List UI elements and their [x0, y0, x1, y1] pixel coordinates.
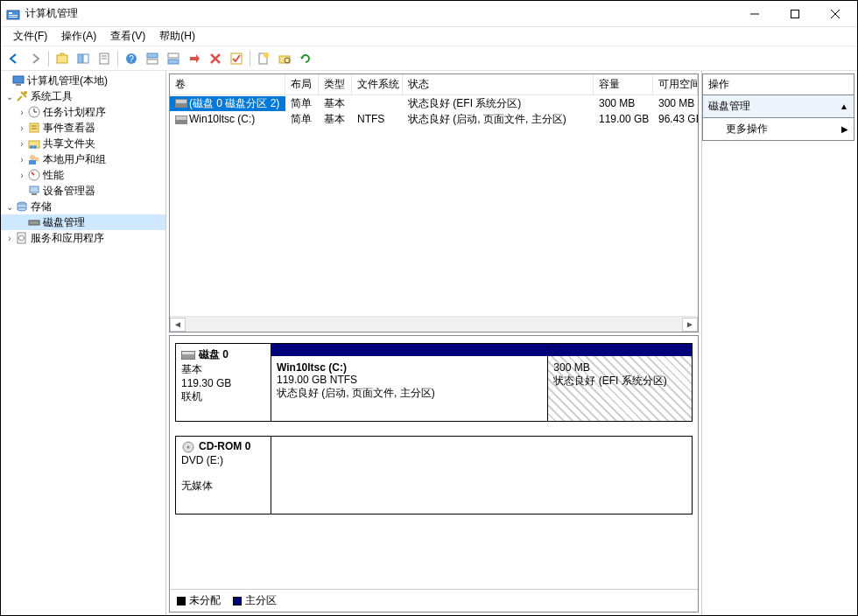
- collapse-icon[interactable]: ⌄: [4, 92, 15, 102]
- forward-button[interactable]: [25, 49, 45, 68]
- actions-more[interactable]: 更多操作▶: [702, 118, 854, 141]
- check-button[interactable]: [227, 49, 246, 68]
- expand-icon[interactable]: ›: [17, 139, 27, 149]
- expand-icon[interactable]: ›: [17, 171, 27, 180]
- volume-icon: [175, 116, 187, 124]
- volume-header: 卷 布局 类型 文件系统 状态 容量 可用空间: [170, 74, 698, 95]
- partition-status: 状态良好 (启动, 页面文件, 主分区): [277, 386, 542, 401]
- empty-partition[interactable]: [271, 436, 693, 514]
- menu-file[interactable]: 文件(F): [6, 27, 54, 46]
- col-free[interactable]: 可用空间: [653, 74, 698, 94]
- col-type[interactable]: 类型: [319, 74, 352, 94]
- tree-services[interactable]: ›服务和应用程序: [1, 230, 165, 246]
- partition-capacity: 300 MB: [553, 361, 686, 374]
- disk-icon: [27, 215, 41, 229]
- tree-task-scheduler[interactable]: ›任务计划程序: [1, 104, 165, 120]
- volume-free: 96.43 GB: [653, 113, 698, 125]
- tree-label: 系统工具: [31, 89, 73, 104]
- partition-capacity: 119.00 GB NTFS: [277, 374, 542, 386]
- expand-icon[interactable]: ›: [17, 108, 27, 117]
- tree-shared-folders[interactable]: ›共享文件夹: [1, 136, 165, 151]
- expand-icon[interactable]: ›: [17, 123, 27, 133]
- settings-button[interactable]: [185, 49, 204, 68]
- volume-capacity: 300 MB: [594, 97, 653, 109]
- delete-button[interactable]: [206, 49, 225, 68]
- new-button[interactable]: [254, 49, 273, 68]
- disk-info[interactable]: CD-ROM 0 DVD (E:) 无媒体: [175, 436, 271, 514]
- tree-device-manager[interactable]: 设备管理器: [1, 183, 165, 199]
- show-hide-tree-button[interactable]: [74, 49, 93, 68]
- menu-action[interactable]: 操作(A): [54, 27, 103, 46]
- menubar: 文件(F) 操作(A) 查看(V) 帮助(H): [1, 27, 857, 46]
- menu-help[interactable]: 帮助(H): [152, 27, 202, 46]
- cdrom-icon: [181, 440, 195, 454]
- volume-type: 基本: [319, 112, 352, 127]
- collapse-icon[interactable]: ⌄: [4, 202, 15, 212]
- scroll-right-button[interactable]: ►: [682, 318, 698, 332]
- back-button[interactable]: [4, 49, 24, 68]
- col-capacity[interactable]: 容量: [594, 74, 653, 94]
- folder-search-button[interactable]: [275, 49, 294, 68]
- help-button[interactable]: ?: [122, 49, 141, 68]
- legend-primary: 主分区: [233, 593, 277, 608]
- view-top-button[interactable]: [143, 49, 162, 68]
- close-button[interactable]: [815, 1, 855, 27]
- scroll-left-button[interactable]: ◄: [170, 318, 186, 332]
- horizontal-scrollbar[interactable]: ◄ ►: [170, 316, 698, 332]
- expand-icon[interactable]: ›: [17, 155, 27, 164]
- toolbar-separator: [117, 51, 118, 66]
- col-volume[interactable]: 卷: [170, 74, 285, 94]
- volume-icon: [175, 99, 187, 108]
- refresh-button[interactable]: [296, 49, 315, 68]
- maximize-button[interactable]: [775, 1, 815, 27]
- actions-section[interactable]: 磁盘管理▲: [702, 95, 854, 118]
- tree-label: 磁盘管理: [43, 215, 85, 230]
- tree-label: 设备管理器: [43, 184, 95, 199]
- col-status[interactable]: 状态: [403, 74, 594, 94]
- partition-efi[interactable]: 300 MB 状态良好 (EFI 系统分区): [548, 343, 693, 422]
- partition-c[interactable]: Win10ltsc (C:) 119.00 GB NTFS 状态良好 (启动, …: [271, 343, 548, 422]
- scroll-track[interactable]: [186, 318, 682, 332]
- volume-body[interactable]: (磁盘 0 磁盘分区 2) 简单 基本 状态良好 (EFI 系统分区) 300 …: [170, 95, 698, 316]
- col-layout[interactable]: 布局: [285, 74, 319, 94]
- main-area: 计算机管理(本地) ⌄系统工具 ›任务计划程序 ›事件查看器 ›共享文件夹 ›本…: [1, 71, 857, 615]
- tree-event-viewer[interactable]: ›事件查看器: [1, 120, 165, 136]
- tree-performance[interactable]: ›性能: [1, 167, 165, 183]
- tree-disk-management[interactable]: 磁盘管理: [1, 214, 165, 230]
- volume-capacity: 119.00 GB: [594, 113, 653, 125]
- up-button[interactable]: [53, 49, 72, 68]
- disk-row[interactable]: CD-ROM 0 DVD (E:) 无媒体: [175, 436, 693, 514]
- volume-row[interactable]: (磁盘 0 磁盘分区 2) 简单 基本 状态良好 (EFI 系统分区) 300 …: [170, 95, 698, 111]
- svg-rect-19: [168, 60, 179, 64]
- svg-rect-16: [147, 53, 158, 58]
- tree-label: 事件查看器: [43, 121, 95, 136]
- disk-info[interactable]: 磁盘 0 基本 119.30 GB 联机: [175, 343, 271, 422]
- tree-label: 本地用户和组: [43, 152, 106, 167]
- tree-root[interactable]: 计算机管理(本地): [1, 73, 165, 88]
- legend: 未分配 主分区: [170, 589, 698, 612]
- tree-storage[interactable]: ⌄存储: [1, 199, 165, 214]
- actions-header: 操作: [702, 74, 854, 95]
- disk-graphical-panel: 磁盘 0 基本 119.30 GB 联机 Win10ltsc (C:) 119.…: [169, 335, 699, 612]
- disk-row[interactable]: 磁盘 0 基本 119.30 GB 联机 Win10ltsc (C:) 119.…: [175, 343, 693, 422]
- menu-view[interactable]: 查看(V): [103, 27, 152, 46]
- svg-rect-53: [176, 100, 186, 103]
- disk-partitions: [271, 436, 693, 514]
- volume-list: 卷 布局 类型 文件系统 状态 容量 可用空间 (磁盘 0 磁盘分区 2) 简单…: [169, 74, 699, 332]
- tree-system-tools[interactable]: ⌄系统工具: [1, 88, 165, 104]
- center-pane: 卷 布局 类型 文件系统 状态 容量 可用空间 (磁盘 0 磁盘分区 2) 简单…: [166, 71, 702, 615]
- view-bottom-button[interactable]: [164, 49, 183, 68]
- svg-rect-57: [182, 352, 194, 354]
- event-icon: [27, 121, 41, 135]
- volume-row[interactable]: Win10ltsc (C:) 简单 基本 NTFS 状态良好 (启动, 页面文件…: [170, 111, 698, 127]
- expand-icon[interactable]: ›: [4, 234, 15, 243]
- toolbar: ?: [1, 46, 857, 71]
- partition-name: Win10ltsc (C:): [277, 361, 542, 374]
- col-filesystem[interactable]: 文件系统: [352, 74, 403, 94]
- tree-pane[interactable]: 计算机管理(本地) ⌄系统工具 ›任务计划程序 ›事件查看器 ›共享文件夹 ›本…: [1, 71, 166, 615]
- tree-label: 存储: [31, 200, 52, 214]
- properties-button[interactable]: [95, 49, 114, 68]
- tree-local-users[interactable]: ›本地用户和组: [1, 151, 165, 167]
- legend-unallocated: 未分配: [177, 593, 221, 608]
- minimize-button[interactable]: [735, 1, 775, 27]
